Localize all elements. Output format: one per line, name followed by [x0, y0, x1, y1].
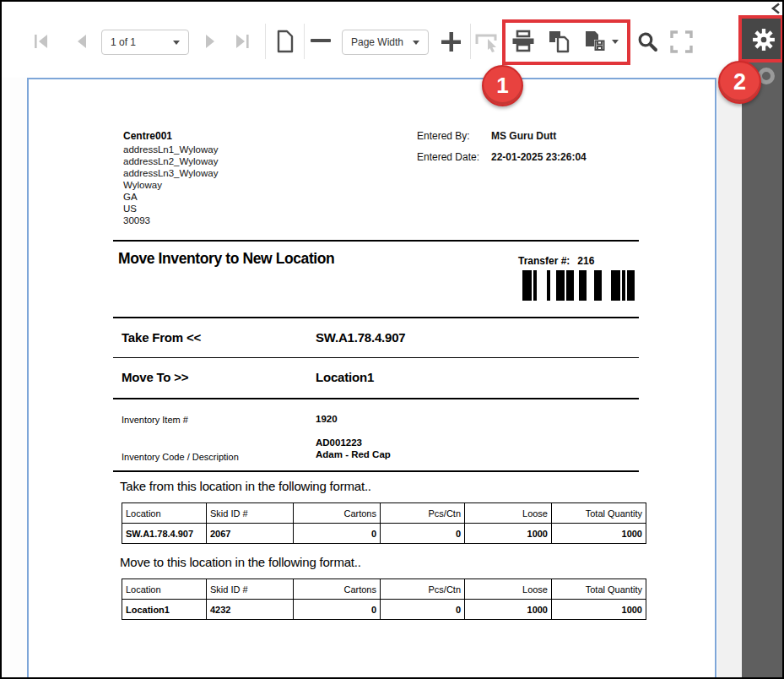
column-header: Skid ID # — [207, 503, 294, 524]
column-header: Total Quantity — [552, 503, 646, 524]
zoom-out-button[interactable] — [311, 39, 331, 42]
single-page-view-button[interactable] — [275, 30, 295, 53]
divider — [113, 317, 639, 318]
cell-loose: 1000 — [465, 524, 552, 544]
page-selector-dropdown[interactable]: 1 of 1 — [101, 30, 189, 55]
company-name: Centre001 — [123, 130, 172, 142]
inventory-code-value: AD001223 — [316, 437, 362, 448]
chevron-down-icon — [413, 41, 419, 45]
print-page-button[interactable] — [548, 30, 571, 53]
toolbar-separator — [265, 24, 266, 59]
cell-total-quantity: 1000 — [552, 600, 646, 620]
minus-icon — [311, 39, 331, 42]
entered-by-value: MS Guru Dutt — [491, 130, 556, 142]
toolbar-separator — [470, 24, 471, 59]
move-to-table: Location Skid ID # Cartons Pcs/Ctn Loose… — [122, 579, 646, 620]
address-line: Wyloway — [123, 179, 218, 191]
callout-badge-1: 1 — [482, 65, 523, 106]
cell-pcs-ctn: 0 — [381, 524, 465, 544]
chevron-down-icon — [612, 40, 619, 44]
zoom-level-dropdown[interactable]: Page Width — [342, 30, 429, 55]
divider — [113, 357, 639, 358]
fullscreen-icon — [670, 30, 693, 53]
last-page-button[interactable] — [233, 32, 251, 51]
page-selector-value: 1 of 1 — [111, 36, 136, 48]
inventory-code-desc-label: Inventory Code / Description — [122, 452, 239, 462]
entered-date-label: Entered Date: — [417, 151, 479, 163]
column-header: Loose — [465, 579, 552, 600]
print-button[interactable] — [511, 30, 535, 53]
fullscreen-button[interactable] — [670, 30, 693, 53]
zoom-in-button[interactable] — [441, 31, 462, 52]
zoom-level-value: Page Width — [351, 36, 403, 48]
cell-cartons: 0 — [294, 600, 381, 620]
entered-date-value: 22-01-2025 23:26:04 — [491, 151, 587, 163]
last-page-icon — [233, 32, 251, 51]
address-line: 30093 — [123, 215, 218, 226]
address-line: GA — [123, 191, 218, 203]
move-to-label: Move To >> — [122, 370, 188, 384]
take-from-table-heading: Take from this location in the following… — [120, 479, 371, 493]
column-header: Location — [122, 503, 207, 524]
highlight-editing-fields-button[interactable] — [475, 32, 499, 52]
address-line: addressLn1_Wyloway — [123, 144, 218, 155]
transfer-label: Transfer #: — [518, 255, 570, 267]
transfer-number-row: Transfer #: 216 — [518, 255, 594, 267]
first-page-icon — [32, 32, 51, 51]
next-page-button[interactable] — [201, 32, 219, 51]
column-header: Skid ID # — [207, 579, 294, 600]
document-viewport: Centre001 addressLn1_Wyloway addressLn2_… — [2, 78, 717, 679]
column-header: Loose — [465, 503, 552, 524]
move-to-table-heading: Move to this location in the following f… — [120, 555, 361, 569]
print-page-icon — [548, 30, 571, 53]
barcode — [522, 270, 635, 301]
divider — [113, 240, 639, 242]
table-row: SW.A1.78.4.907 2067 0 0 1000 1000 — [122, 524, 646, 544]
address-line: addressLn2_Wyloway — [123, 155, 218, 167]
column-header: Pcs/Ctn — [381, 503, 465, 524]
page-icon — [275, 30, 295, 53]
collapse-panel-button[interactable] — [761, 2, 784, 15]
inventory-item-label: Inventory Item # — [122, 415, 188, 425]
plus-icon — [441, 31, 462, 52]
previous-page-icon — [73, 32, 91, 51]
report-page: Centre001 addressLn1_Wyloway addressLn2_… — [27, 78, 716, 679]
callout-badge-2: 2 — [718, 61, 761, 104]
inventory-item-value: 1920 — [316, 414, 338, 424]
export-button[interactable] — [584, 30, 619, 53]
column-header: Cartons — [294, 579, 381, 600]
take-from-table: Location Skid ID # Cartons Pcs/Ctn Loose… — [122, 502, 646, 544]
take-from-value: SW.A1.78.4.907 — [316, 330, 405, 345]
chevron-left-icon — [770, 3, 781, 14]
cell-cartons: 0 — [294, 524, 381, 544]
chevron-down-icon — [173, 41, 180, 45]
cell-loose: 1000 — [465, 600, 552, 620]
table-header-row: Location Skid ID # Cartons Pcs/Ctn Loose… — [122, 579, 646, 600]
address-line: US — [123, 203, 218, 215]
address-block: addressLn1_Wyloway addressLn2_Wyloway ad… — [123, 144, 218, 226]
divider — [113, 398, 639, 399]
entered-by-label: Entered By: — [417, 130, 470, 142]
first-page-button[interactable] — [32, 32, 51, 51]
cell-total-quantity: 1000 — [552, 524, 646, 544]
scrollbar-track[interactable] — [717, 78, 742, 679]
highlight-editing-fields-icon — [475, 32, 499, 52]
divider — [113, 470, 639, 472]
column-header: Pcs/Ctn — [381, 579, 465, 600]
cell-location: SW.A1.78.4.907 — [122, 524, 207, 544]
search-button[interactable] — [637, 31, 658, 52]
settings-button[interactable] — [742, 17, 784, 62]
search-icon — [637, 31, 658, 52]
right-sidebar — [742, 15, 784, 679]
take-from-label: Take From << — [122, 330, 201, 345]
move-to-value: Location1 — [316, 370, 374, 384]
toolbar: 1 of 1 Page Width — [2, 2, 742, 78]
previous-page-button[interactable] — [73, 32, 91, 51]
address-line: addressLn3_Wyloway — [123, 167, 218, 179]
column-header: Cartons — [294, 503, 381, 524]
next-page-icon — [201, 32, 219, 51]
gear-icon — [752, 28, 776, 52]
printer-icon — [511, 30, 535, 53]
column-header: Total Quantity — [552, 579, 646, 600]
table-row: Location1 4232 0 0 1000 1000 — [122, 600, 646, 620]
